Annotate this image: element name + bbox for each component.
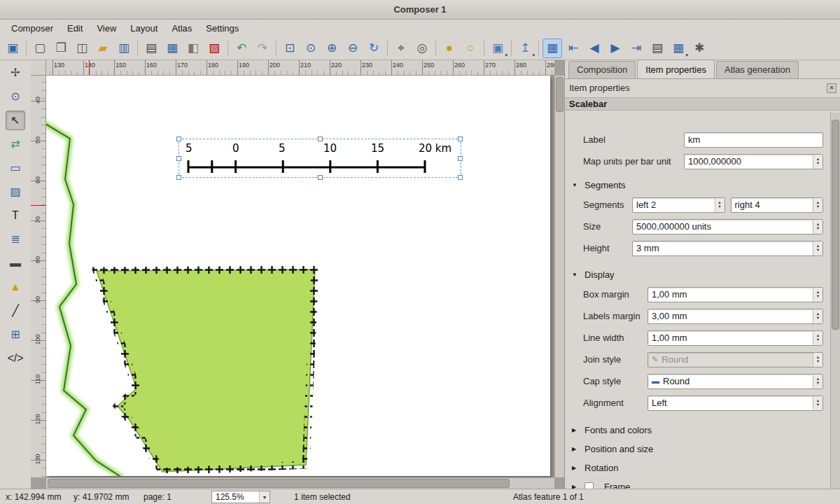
combo-arrows[interactable]: ▲▼: [813, 374, 822, 388]
zoom-dropdown-icon[interactable]: ▼: [259, 491, 270, 503]
panel-vertical-scrollbar[interactable]: [830, 113, 840, 489]
lock-items-button[interactable]: ●: [440, 38, 459, 58]
atlas-first-feature-button[interactable]: ⇤: [564, 38, 583, 58]
export-svg-button[interactable]: ◧: [183, 38, 203, 58]
zoom-full-button[interactable]: ⊡: [280, 38, 300, 58]
composer-manager-button[interactable]: ◫: [72, 38, 92, 58]
menu-edit[interactable]: Edit: [60, 21, 90, 36]
map-units-spinbox[interactable]: 1000,000000 ▲▼: [684, 154, 823, 169]
add-new-scalebar-button[interactable]: ▬: [6, 253, 25, 273]
spin-arrows[interactable]: ▲▼: [813, 220, 822, 234]
atlas-next-feature-button[interactable]: ▶: [606, 38, 625, 58]
save-as-template-button[interactable]: ▥: [114, 38, 134, 58]
raise-items-button[interactable]: ↥▾: [515, 38, 535, 58]
selection-handle[interactable]: [458, 175, 463, 180]
open-template-button[interactable]: ▰: [93, 38, 113, 58]
canvas-horizontal-scrollbar[interactable]: [46, 477, 554, 489]
labels-margin-spinbox[interactable]: 3,00 mm ▲▼: [648, 309, 823, 324]
zoom-level-combo[interactable]: 125.5% ▼: [211, 491, 270, 503]
unlock-items-button[interactable]: ○: [461, 38, 480, 58]
menu-composer[interactable]: Composer: [4, 21, 60, 36]
spin-arrows[interactable]: ▲▼: [813, 309, 822, 323]
spin-arrows[interactable]: ▲▼: [813, 331, 822, 345]
add-arrow-button[interactable]: ╱: [6, 301, 25, 321]
add-html-frame-button[interactable]: </>: [6, 349, 25, 368]
menu-view[interactable]: View: [90, 21, 123, 36]
tab-item-properties[interactable]: Item properties: [637, 59, 715, 78]
redo-button[interactable]: ↷: [253, 38, 272, 58]
spin-arrows[interactable]: ▲▼: [715, 198, 724, 212]
selection-handle[interactable]: [458, 136, 463, 141]
box-margin-spinbox[interactable]: 1,00 mm ▲▼: [648, 287, 823, 302]
scrollbar-thumb[interactable]: [48, 479, 510, 488]
selection-handle[interactable]: [318, 136, 323, 141]
move-item-content-button[interactable]: ⇄: [6, 134, 25, 154]
zoom-to-selection-button[interactable]: ⌖: [391, 38, 411, 58]
frame-checkbox[interactable]: [584, 482, 594, 489]
selection-handle[interactable]: [176, 156, 181, 161]
selection-handle[interactable]: [458, 156, 463, 161]
alignment-combo[interactable]: Left ▲▼: [648, 396, 823, 411]
canvas-vertical-scrollbar[interactable]: [554, 76, 564, 477]
save-project-button[interactable]: ▣: [3, 38, 22, 58]
group-items-button[interactable]: ▣▾: [488, 38, 507, 58]
add-image-button[interactable]: ▨: [6, 182, 25, 202]
frame-section-header[interactable]: ▶ Frame: [565, 477, 830, 489]
position-and-size-section-header[interactable]: ▶ Position and size: [565, 440, 830, 458]
add-basic-shape-button[interactable]: ▲: [6, 277, 25, 297]
composition-viewport[interactable]: 5 0 5 10 15 20 km: [46, 76, 554, 477]
spin-arrows[interactable]: ▲▼: [813, 241, 822, 255]
undo-button[interactable]: ↶: [232, 38, 251, 58]
menu-layout[interactable]: Layout: [123, 21, 164, 36]
size-spinbox[interactable]: 5000,000000 units ▲▼: [632, 219, 823, 234]
select-move-item-button[interactable]: ↖: [6, 111, 25, 130]
map-item[interactable]: [46, 76, 550, 476]
segments-right-spinbox[interactable]: right 4 ▲▼: [731, 197, 824, 213]
selection-handle[interactable]: [176, 136, 181, 141]
zoom-composer-button[interactable]: ⊙: [6, 87, 25, 106]
new-composition-button[interactable]: ▢: [30, 38, 50, 58]
label-input[interactable]: km: [684, 132, 823, 148]
add-new-label-button[interactable]: T: [6, 206, 25, 225]
add-new-map-button[interactable]: ▭: [6, 158, 25, 178]
combo-arrows[interactable]: ▲▼: [813, 396, 822, 410]
zoom-in-button[interactable]: ⊕: [322, 38, 342, 58]
selection-handle[interactable]: [318, 175, 323, 180]
rotation-section-header[interactable]: ▶ Rotation: [565, 458, 830, 477]
refresh-view-button[interactable]: ↻: [364, 38, 384, 58]
export-atlas-button[interactable]: ▦▾: [668, 38, 688, 58]
atlas-preview-button[interactable]: ▦: [542, 38, 562, 58]
spin-arrows[interactable]: ▲▼: [813, 288, 822, 302]
export-image-button[interactable]: ▦: [162, 38, 182, 58]
tab-composition[interactable]: Composition: [568, 61, 636, 78]
zoom-actual-button[interactable]: ⊙: [301, 38, 321, 58]
display-section-header[interactable]: ▼ Display: [565, 265, 830, 284]
cap-style-combo[interactable]: ▬ Round ▲▼: [648, 374, 823, 389]
spin-arrows[interactable]: ▲▼: [813, 155, 822, 169]
add-attribute-table-button[interactable]: ⊞: [6, 325, 25, 344]
scrollbar-thumb[interactable]: [556, 77, 564, 112]
pan-composer-button[interactable]: ✢: [6, 63, 25, 83]
export-pdf-button[interactable]: ▨: [204, 38, 224, 58]
duplicate-composition-button[interactable]: ❐: [51, 38, 71, 58]
atlas-last-feature-button[interactable]: ⇥: [626, 38, 646, 58]
scalebar-item[interactable]: 5 0 5 10 15 20 km: [178, 139, 461, 178]
segments-section-header[interactable]: ▼ Segments: [565, 176, 830, 194]
line-width-spinbox[interactable]: 1,00 mm ▲▼: [648, 330, 823, 346]
spin-arrows[interactable]: ▲▼: [813, 198, 822, 212]
zoom-out-button[interactable]: ⊖: [343, 38, 363, 58]
print-atlas-button[interactable]: ▤: [648, 38, 667, 58]
close-panel-button[interactable]: ✕: [827, 83, 836, 93]
composition-page[interactable]: 5 0 5 10 15 20 km: [46, 76, 550, 476]
segments-left-spinbox[interactable]: left 2 ▲▼: [632, 197, 725, 213]
atlas-settings-button[interactable]: ✱: [690, 38, 709, 58]
menu-atlas[interactable]: Atlas: [164, 21, 199, 36]
add-new-legend-button[interactable]: ≣: [6, 230, 25, 249]
zoom-to-region-button[interactable]: ◎: [412, 38, 432, 58]
atlas-prev-feature-button[interactable]: ◀: [584, 38, 604, 58]
fonts-and-colors-section-header[interactable]: ▶ Fonts and colors: [565, 421, 830, 440]
height-spinbox[interactable]: 3 mm ▲▼: [632, 241, 823, 256]
selection-handle[interactable]: [176, 175, 181, 180]
scrollbar-thumb[interactable]: [832, 120, 839, 330]
menu-settings[interactable]: Settings: [199, 21, 246, 36]
